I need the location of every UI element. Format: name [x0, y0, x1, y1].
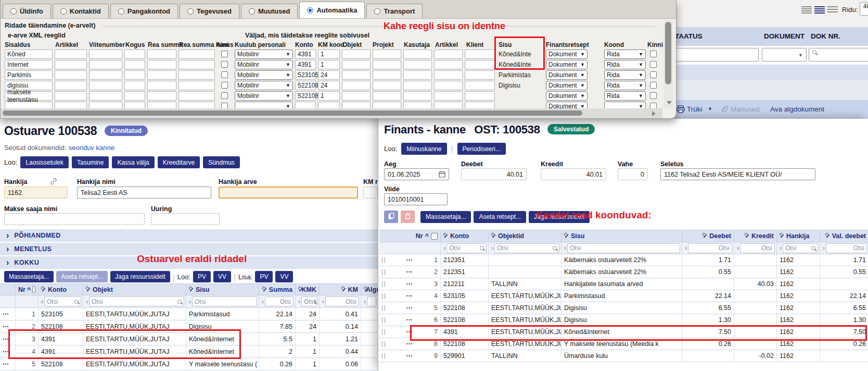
- artikkel-input[interactable]: [55, 81, 87, 90]
- deebet-cell[interactable]: 7.50: [682, 326, 734, 338]
- koond-select[interactable]: ▼: [604, 102, 646, 108]
- km-reg-input[interactable]: [363, 187, 378, 199]
- artikkel2-input[interactable]: [434, 60, 463, 69]
- nr-column-header[interactable]: Nr^: [16, 284, 39, 295]
- objekt-cell[interactable]: EESTI,TARTU,MÜÜK,JUTAJ: [83, 308, 186, 320]
- horizontal-scrollbar-thumb[interactable]: [3, 110, 582, 116]
- ainus-checkbox[interactable]: [221, 103, 228, 108]
- create-minus-entry-button[interactable]: Miinuskanne: [401, 143, 446, 155]
- kreedit-cell[interactable]: -0.02: [734, 350, 777, 362]
- konto-cell[interactable]: 522108: [39, 358, 83, 370]
- konto-search-input[interactable]: Otsi: [446, 243, 487, 253]
- koond-select[interactable]: Rida▼: [604, 91, 646, 101]
- finantsretsept-select[interactable]: Dokument▼: [546, 81, 588, 90]
- konto-cell[interactable]: 523105: [39, 308, 83, 320]
- sisu-search-input[interactable]: Otsi: [192, 296, 257, 306]
- attachments-button[interactable]: Manused: [731, 105, 760, 113]
- val-deebet-cell[interactable]: 0.26: [820, 338, 868, 350]
- settings-tab[interactable]: Transport: [366, 4, 423, 18]
- row-menu-button[interactable]: •••: [406, 293, 413, 299]
- artikkel2-input[interactable]: [434, 70, 463, 80]
- kmk-cell[interactable]: 24: [296, 308, 320, 320]
- link-icon[interactable]: [50, 178, 57, 185]
- scroll-down-arrow[interactable]: [667, 101, 672, 105]
- projekt-input[interactable]: [373, 81, 401, 90]
- val-deebet-cell[interactable]: 0.55: [820, 266, 868, 278]
- create-document-button[interactable]: Tasumine: [72, 156, 109, 168]
- row-menu-button[interactable]: •••: [3, 349, 9, 354]
- mass-insert-button[interactable]: Massasetaja...: [4, 271, 54, 282]
- kasutaja-input[interactable]: [403, 91, 432, 101]
- val-deebet-cell[interactable]: 1.71: [820, 254, 868, 266]
- val-deebet-column-header[interactable]: Val. deebet: [820, 230, 868, 242]
- finantsretsept-select[interactable]: Dokument▼: [546, 60, 588, 69]
- konto-cell[interactable]: 212211: [441, 278, 489, 290]
- hankija-column-header[interactable]: Hankija: [777, 230, 820, 242]
- dokument-filter-select[interactable]: ▼: [762, 48, 807, 61]
- kmk-column-header[interactable]: KMK: [296, 284, 320, 295]
- kreedit-cell[interactable]: 40.03: [734, 278, 777, 290]
- delete-rows-button[interactable]: [401, 211, 415, 223]
- sisu-cell[interactable]: Parkimistasud: [186, 308, 259, 320]
- objektid-cell[interactable]: EESTI,TARTU,MÜÜK,JUTAJ: [489, 326, 561, 338]
- sisaldus-input[interactable]: [5, 102, 53, 108]
- doknr-search-input[interactable]: [809, 48, 868, 61]
- rea-summa-kuni-input[interactable]: [178, 102, 215, 108]
- objekt-cell[interactable]: EESTI,TARTU,MÜÜK,JUTAJ: [83, 358, 186, 370]
- sisaldus-input[interactable]: Kõned: [5, 50, 53, 59]
- kogus-input[interactable]: [124, 70, 145, 80]
- km-cell[interactable]: 0.14: [320, 320, 361, 332]
- kasutaja-input[interactable]: [403, 60, 432, 69]
- koond-select[interactable]: Rida▼: [604, 70, 646, 80]
- vertical-scrollbar-thumb[interactable]: [665, 22, 671, 84]
- koond-select[interactable]: Rida▼: [604, 60, 646, 69]
- ainus-checkbox[interactable]: [221, 61, 228, 68]
- deebet-cell[interactable]: 6.55: [682, 302, 734, 314]
- ridu-input[interactable]: 40: [860, 2, 868, 16]
- algne-cell[interactable]: [361, 333, 378, 345]
- sisu-cell[interactable]: Parkimistasud: [561, 290, 682, 302]
- summa-cell[interactable]: 2: [259, 345, 296, 357]
- drag-handle[interactable]: [382, 257, 385, 263]
- km-cell[interactable]: 1.21: [320, 333, 361, 345]
- finantsretsept-select[interactable]: Dokument▼: [546, 70, 588, 80]
- projekt-input[interactable]: [373, 91, 401, 101]
- periodize-button[interactable]: Periodiseeri...: [457, 143, 506, 155]
- objektid-cell[interactable]: TALLINN: [489, 278, 561, 290]
- objektid-cell[interactable]: [489, 254, 561, 266]
- val-deebet-cell[interactable]: [820, 278, 868, 290]
- drag-handle[interactable]: [382, 293, 385, 299]
- objektid-cell[interactable]: [489, 266, 561, 278]
- deebet-cell[interactable]: 0.26: [682, 338, 734, 350]
- vahe-input[interactable]: 0: [618, 168, 648, 180]
- konto-column-header[interactable]: Konto: [39, 284, 83, 295]
- select-all-checkbox[interactable]: [32, 286, 35, 293]
- objekt-input[interactable]: [342, 91, 371, 101]
- artikkel2-input[interactable]: [434, 50, 463, 59]
- drag-handle[interactable]: [382, 281, 385, 287]
- val-deebet-cell[interactable]: 6.55: [820, 302, 868, 314]
- row-menu-button[interactable]: •••: [406, 341, 413, 347]
- density-compact-icon[interactable]: [801, 6, 812, 14]
- create-document-button[interactable]: Kreeditarve: [158, 156, 200, 168]
- kuulub-personali-select[interactable]: Mobiilnr▼: [235, 50, 293, 59]
- klient-input[interactable]: [465, 102, 495, 108]
- summa-column-header[interactable]: Summa: [259, 284, 296, 295]
- objekt-input[interactable]: [342, 102, 371, 108]
- konto-cell[interactable]: 4391: [441, 326, 489, 338]
- koond-select[interactable]: Rida▼: [604, 50, 646, 59]
- klient-input[interactable]: [465, 81, 495, 90]
- kmk-search-input[interactable]: Otsi: [301, 296, 317, 306]
- projekt-input[interactable]: [373, 102, 401, 108]
- create-vv-button[interactable]: VV: [213, 271, 231, 282]
- sisaldus-input[interactable]: maksete teenustasu: [5, 91, 53, 101]
- hankija-search-input[interactable]: Otsi: [783, 243, 818, 253]
- konto-search-input[interactable]: Otsi: [44, 296, 81, 306]
- sisu-cell[interactable]: Kõned&Internet: [186, 345, 259, 357]
- viitenumber-input[interactable]: [89, 91, 122, 101]
- summa-cell[interactable]: 0.26: [259, 358, 296, 370]
- konto-column-header[interactable]: Konto: [441, 230, 489, 242]
- konto-cell[interactable]: 523105: [441, 290, 489, 302]
- kuulub-personali-select[interactable]: Mobiilnr▼: [235, 91, 293, 101]
- val-deebet-cell[interactable]: 22.14: [820, 290, 868, 302]
